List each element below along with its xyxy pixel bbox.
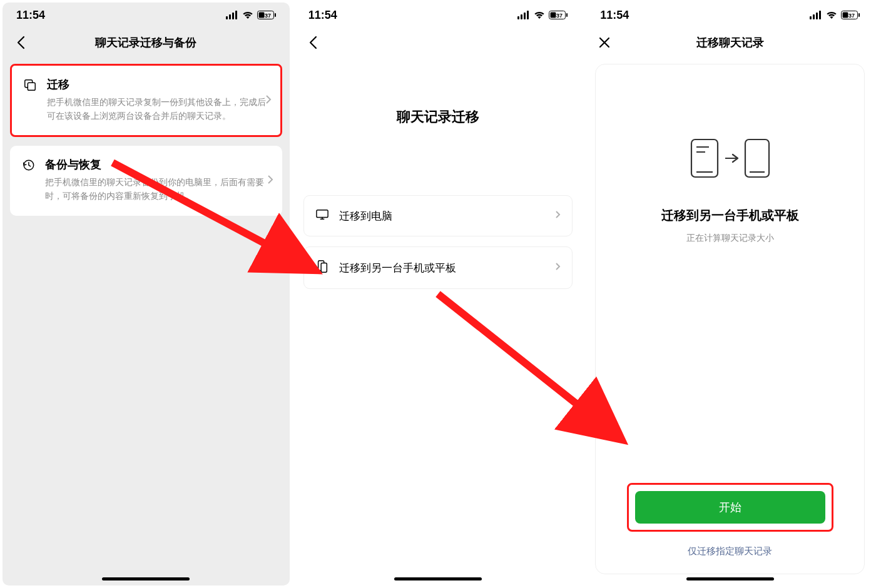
status-bar: 11:54 37 xyxy=(295,3,582,28)
status-time: 11:54 xyxy=(308,9,337,22)
battery-icon: 37 xyxy=(841,11,860,19)
backup-desc: 把手机微信里的聊天记录备份到你的电脑里，后面有需要时，可将备份的内容重新恢复到手… xyxy=(45,176,271,203)
start-button[interactable]: 开始 xyxy=(635,491,825,524)
svg-rect-3 xyxy=(235,11,237,19)
option-migrate[interactable]: 迁移 把手机微信里的聊天记录复制一份到其他设备上，完成后可在该设备上浏览两台设备… xyxy=(10,64,282,137)
svg-rect-17 xyxy=(566,13,568,17)
migrate-subtext: 正在计算聊天记录大小 xyxy=(686,233,774,244)
start-button-label: 开始 xyxy=(719,501,741,514)
svg-text:37: 37 xyxy=(848,13,855,19)
wifi-icon xyxy=(534,11,545,19)
screen-1: 11:54 37 聊天记录迁移与备份 迁移 把手机微信里的聊天记录复制一份到其他… xyxy=(3,3,290,585)
svg-rect-28 xyxy=(858,13,860,17)
chevron-right-icon xyxy=(555,210,561,221)
back-button[interactable] xyxy=(9,31,33,54)
status-indicators: 37 xyxy=(226,11,276,19)
svg-rect-21 xyxy=(321,263,327,273)
page-title: 迁移聊天记录 xyxy=(586,35,873,50)
battery-icon: 37 xyxy=(549,11,568,19)
signal-icon xyxy=(226,11,238,19)
migrate-panel: 迁移到另一台手机或平板 正在计算聊天记录大小 开始 仅迁移指定聊天记录 xyxy=(595,64,865,574)
status-bar: 11:54 37 xyxy=(3,3,290,28)
home-indicator[interactable] xyxy=(394,577,482,580)
svg-rect-22 xyxy=(810,16,812,19)
transfer-illustration-icon xyxy=(680,133,780,186)
svg-rect-12 xyxy=(521,14,522,19)
svg-rect-23 xyxy=(813,14,815,19)
home-indicator[interactable] xyxy=(686,577,774,580)
svg-rect-5 xyxy=(258,13,264,18)
wifi-icon xyxy=(826,11,837,19)
screen-3: 11:54 37 迁移聊天记录 xyxy=(586,3,873,585)
migrate-heading: 迁移到另一台手机或平板 xyxy=(661,207,799,224)
page-title: 聊天记录迁移 xyxy=(295,108,582,126)
nav-bar: 迁移聊天记录 xyxy=(586,28,873,58)
status-indicators: 37 xyxy=(810,11,860,19)
svg-rect-13 xyxy=(524,13,526,19)
svg-rect-16 xyxy=(551,13,556,18)
close-icon xyxy=(599,37,610,48)
close-button[interactable] xyxy=(593,31,616,54)
svg-rect-19 xyxy=(317,210,328,218)
option-migrate-pc[interactable]: 迁移到电脑 xyxy=(303,195,573,236)
page-title: 聊天记录迁移与备份 xyxy=(3,35,290,50)
svg-rect-27 xyxy=(843,13,848,18)
svg-rect-6 xyxy=(275,13,276,17)
signal-icon xyxy=(517,11,530,19)
status-bar: 11:54 37 xyxy=(586,3,873,28)
backup-title: 备份与恢复 xyxy=(45,157,271,172)
back-button[interactable] xyxy=(301,31,325,54)
phone-icon xyxy=(315,260,329,276)
chevron-left-icon xyxy=(16,36,25,49)
option-backup[interactable]: 备份与恢复 把手机微信里的聊天记录备份到你的电脑里，后面有需要时，可将备份的内容… xyxy=(10,146,282,215)
migrate-desc: 把手机微信里的聊天记录复制一份到其他设备上，完成后可在该设备上浏览两台设备合并后… xyxy=(47,96,269,123)
wifi-icon xyxy=(242,11,253,19)
option-migrate-phone[interactable]: 迁移到另一台手机或平板 xyxy=(303,246,573,289)
migrate-selected-link[interactable]: 仅迁移指定聊天记录 xyxy=(688,545,772,557)
nav-bar: 聊天记录迁移与备份 xyxy=(3,28,290,58)
svg-rect-24 xyxy=(816,13,818,19)
svg-rect-14 xyxy=(527,11,529,19)
chevron-right-icon xyxy=(555,262,561,273)
migrate-icon xyxy=(23,78,38,94)
chevron-right-icon xyxy=(267,175,273,187)
chevron-left-icon xyxy=(308,36,317,49)
svg-rect-1 xyxy=(229,14,231,19)
home-indicator[interactable] xyxy=(102,577,190,580)
migrate-title: 迁移 xyxy=(47,77,269,92)
svg-text:37: 37 xyxy=(265,13,271,19)
screen-2: 11:54 37 聊天记录迁移 迁移到电脑 xyxy=(295,3,582,585)
start-button-highlight: 开始 xyxy=(627,483,833,532)
status-indicators: 37 xyxy=(517,11,568,19)
svg-rect-9 xyxy=(28,83,35,90)
svg-rect-11 xyxy=(517,16,519,19)
svg-rect-2 xyxy=(232,13,234,19)
battery-icon: 37 xyxy=(257,11,276,19)
migrate-pc-label: 迁移到电脑 xyxy=(339,209,546,223)
migrate-phone-label: 迁移到另一台手机或平板 xyxy=(339,261,546,275)
history-icon xyxy=(21,158,36,175)
chevron-right-icon xyxy=(265,94,272,107)
status-time: 11:54 xyxy=(600,9,629,22)
svg-rect-0 xyxy=(226,16,228,19)
svg-text:37: 37 xyxy=(556,13,563,19)
status-time: 11:54 xyxy=(16,9,45,22)
svg-rect-25 xyxy=(819,11,821,19)
nav-bar xyxy=(295,28,582,58)
signal-icon xyxy=(810,11,822,19)
computer-icon xyxy=(315,208,329,223)
